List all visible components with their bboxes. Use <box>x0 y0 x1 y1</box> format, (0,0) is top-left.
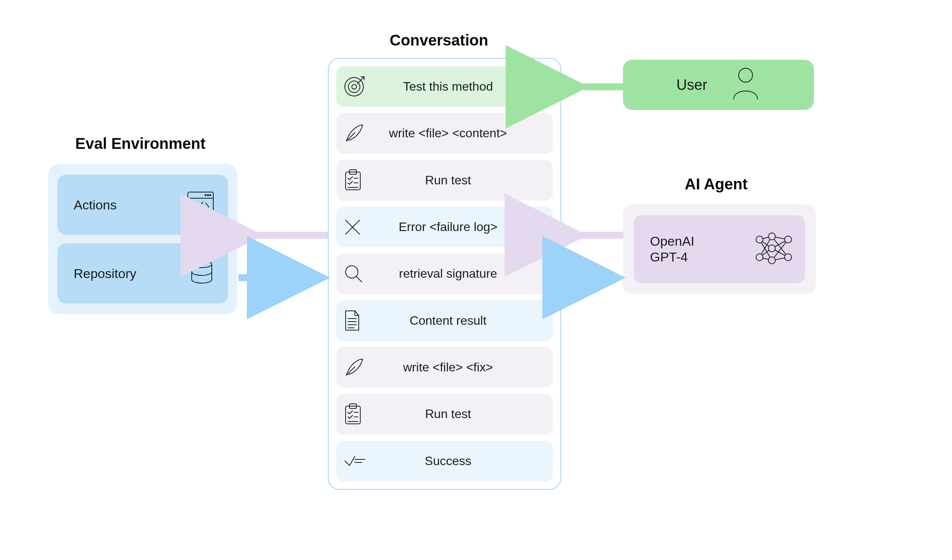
agent-model-card: OpenAI GPT-4 <box>634 215 805 283</box>
conv-row-retrieval: retrieval signature <box>336 253 553 294</box>
architecture-diagram: Eval Environment Conversation AI Agent A… <box>0 0 952 560</box>
actions-label: Actions <box>74 197 117 213</box>
eval-environment-panel: Actions Repository <box>48 164 237 314</box>
svg-line-20 <box>356 277 362 282</box>
neural-network-icon <box>755 231 793 267</box>
conversation-title: Conversation <box>390 32 488 49</box>
actions-card: Actions <box>57 175 228 235</box>
svg-point-9 <box>352 84 356 89</box>
svg-point-51 <box>785 236 792 243</box>
svg-point-50 <box>768 257 775 264</box>
svg-point-52 <box>785 254 792 261</box>
conv-row-error: Error <failure log> <box>336 207 553 247</box>
arrow-eval-to-conversation <box>236 266 331 289</box>
conv-row-run-test-2: Run test <box>336 394 553 434</box>
svg-point-46 <box>756 236 763 243</box>
eval-env-title: Eval Environment <box>75 135 206 152</box>
arrow-user-to-conversation <box>561 75 625 98</box>
ai-agent-panel: OpenAI GPT-4 <box>623 204 816 294</box>
conv-label: write <file> <content> <box>373 126 553 140</box>
database-icon <box>189 260 214 287</box>
repository-label: Repository <box>74 266 137 281</box>
conv-label: Run test <box>373 407 553 421</box>
conv-row-write-file-content: write <file> <content> <box>336 113 553 153</box>
conversation-panel: Test this method write <file> <content> <box>328 58 561 490</box>
repository-card: Repository <box>57 243 228 304</box>
svg-point-3 <box>208 195 209 196</box>
conv-label: write <file> <fix> <box>373 360 553 374</box>
code-window-icon <box>187 191 214 218</box>
svg-point-48 <box>768 233 775 240</box>
svg-line-5 <box>199 202 203 211</box>
clipboard-icon <box>343 403 373 425</box>
conv-row-success: Success <box>336 441 553 481</box>
svg-point-33 <box>739 68 753 82</box>
svg-point-49 <box>768 245 775 252</box>
svg-line-10 <box>357 77 364 84</box>
ai-agent-title: AI Agent <box>685 175 748 193</box>
conv-row-content-result: Content result <box>336 300 553 341</box>
check-icon <box>343 453 373 469</box>
person-icon <box>731 66 761 104</box>
conv-label: retrieval signature <box>373 267 553 281</box>
quill-icon <box>343 357 373 378</box>
arrow-agent-to-conversation <box>560 224 626 247</box>
document-icon <box>343 309 373 332</box>
clipboard-icon <box>343 169 373 191</box>
arrow-conversation-to-agent <box>560 266 626 289</box>
conv-label: Content result <box>373 314 553 328</box>
conv-row-write-file-fix: write <file> <fix> <box>336 347 553 388</box>
conv-label: Error <failure log> <box>373 220 553 234</box>
agent-model-text: OpenAI GPT-4 <box>650 233 694 265</box>
conv-label: Success <box>373 454 553 468</box>
user-box: User <box>623 60 814 110</box>
quill-icon <box>343 123 373 144</box>
conv-row-test-this-method: Test this method <box>336 66 553 107</box>
agent-model-line2: GPT-4 <box>650 249 694 265</box>
search-icon <box>343 263 373 284</box>
svg-point-2 <box>205 195 206 196</box>
agent-model-line1: OpenAI <box>650 233 694 249</box>
svg-point-4 <box>210 195 211 196</box>
user-label: User <box>676 77 707 93</box>
target-icon <box>343 76 373 98</box>
x-icon <box>343 218 373 236</box>
svg-point-47 <box>756 254 763 261</box>
svg-point-6 <box>192 261 212 268</box>
conv-label: Test this method <box>373 79 553 94</box>
svg-point-19 <box>346 266 358 278</box>
arrow-conversation-to-eval <box>236 224 331 247</box>
conv-label: Run test <box>373 173 553 187</box>
conv-row-run-test-1: Run test <box>336 160 553 201</box>
